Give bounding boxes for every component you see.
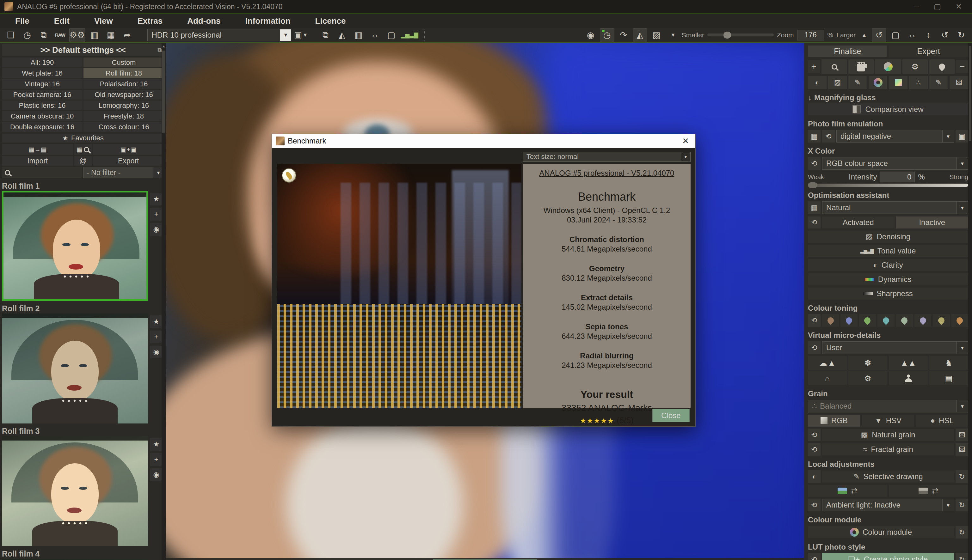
portrait-preset-button[interactable]: [889, 371, 928, 385]
sharpness-button[interactable]: Sharpness: [808, 288, 968, 300]
category-all[interactable]: All: 190: [2, 58, 82, 67]
tab-expert[interactable]: Expert: [889, 45, 969, 57]
inactive-button[interactable]: Inactive: [896, 217, 969, 228]
add-variant-button[interactable]: +: [150, 453, 162, 466]
category-custom[interactable]: Custom: [84, 58, 164, 67]
natural-grain-button[interactable]: ▩ Natural grain: [822, 429, 954, 441]
settings-button[interactable]: ⚙⚙: [70, 28, 85, 42]
expand-all-button[interactable]: +: [808, 60, 820, 73]
stretch-width-button[interactable]: ↔: [905, 28, 919, 42]
category-lomography[interactable]: Lomography: 16: [84, 100, 164, 110]
film-settings-button[interactable]: ▣: [955, 130, 968, 143]
colour-wheel-tool-button[interactable]: [868, 76, 887, 89]
reset-natural-grain-button[interactable]: ⟲: [808, 428, 820, 441]
optimise-tool-button[interactable]: ⚙: [902, 59, 928, 74]
architecture-preset-button[interactable]: ⌂: [808, 371, 847, 385]
category-freestyle[interactable]: Freestyle: 18: [84, 111, 164, 121]
zoom-slider-thumb[interactable]: [723, 32, 731, 38]
preview-variant-button[interactable]: ◉: [150, 223, 162, 236]
tonal-value-button[interactable]: ▂▅▃▇ Tonal value: [808, 245, 968, 257]
reset-lut-button[interactable]: ⟲: [808, 553, 820, 560]
toning-swatch-3[interactable]: [859, 314, 876, 327]
browse-optimisations-button[interactable]: ▦: [808, 201, 820, 214]
history-button[interactable]: ◷: [20, 28, 34, 42]
zoom-slider[interactable]: [707, 33, 774, 36]
realtime-button[interactable]: ◷: [600, 28, 614, 42]
roll-film-3-thumbnail[interactable]: [2, 436, 148, 546]
text-size-dropdown[interactable]: Text size: normal ▼: [523, 152, 691, 162]
category-double-exposure[interactable]: Double exposure: 16: [2, 122, 82, 132]
search-presets-button[interactable]: ▦: [74, 144, 92, 155]
dither-button[interactable]: ▨: [650, 28, 663, 42]
add-variant-button[interactable]: +: [150, 330, 162, 343]
import-button[interactable]: Import: [2, 156, 73, 166]
mountain-preset-button[interactable]: ▲▲: [889, 356, 928, 370]
ambient-light-dropdown[interactable]: Ambient light: Inactive ▼: [822, 499, 954, 511]
preset-search-input[interactable]: [2, 167, 82, 178]
save-preset-button[interactable]: ▦→▤: [2, 144, 73, 155]
category-vintage[interactable]: Vintage: 16: [2, 79, 82, 89]
histogram-button[interactable]: ▂▅▃▇: [401, 28, 418, 42]
optimisation-dropdown[interactable]: Natural ▼: [822, 201, 968, 214]
document-preset-button[interactable]: ▤: [929, 371, 968, 385]
flower-preset-button[interactable]: ✽: [848, 356, 887, 370]
lowlight-preset-button[interactable]: ⚙: [848, 371, 887, 385]
toning-swatch-8[interactable]: [952, 314, 968, 327]
zoom-stepper[interactable]: ▲: [859, 28, 870, 42]
presets-scrollbar[interactable]: ▲: [162, 43, 166, 560]
crop-button[interactable]: ▢: [888, 28, 902, 42]
contrast-tool-button[interactable]: ◐: [808, 76, 827, 89]
menu-edit[interactable]: Edit: [54, 16, 70, 26]
dynamics-button[interactable]: Dynamics: [808, 273, 968, 285]
mirror-button[interactable]: ◭: [633, 28, 647, 42]
split-view-button[interactable]: ▥: [351, 28, 365, 42]
menu-licence[interactable]: Licence: [315, 16, 346, 26]
denoising-button[interactable]: ▨ Denoising: [808, 231, 968, 243]
nodes-tool-button[interactable]: ∴: [909, 76, 928, 89]
fit-width-button[interactable]: ↔: [368, 28, 382, 42]
menu-view[interactable]: View: [94, 16, 113, 26]
grain-mode-rgb[interactable]: RGB: [808, 415, 860, 427]
selective-settings-button[interactable]: ↻: [955, 470, 968, 483]
grain-mode-hsv[interactable]: ▼HSV: [862, 415, 914, 427]
ambient-settings-button[interactable]: ↻: [955, 499, 968, 511]
reset-micro-details-button[interactable]: ⟲: [808, 341, 820, 354]
reset-fractal-grain-button[interactable]: ⟲: [808, 443, 820, 456]
scrollbar-thumb[interactable]: [162, 50, 165, 133]
export-button[interactable]: ➦: [120, 28, 134, 42]
detach-panel-icon[interactable]: ⧉: [157, 47, 162, 53]
reset-optimisation-button[interactable]: ⟲: [808, 217, 820, 228]
reset-toning-button[interactable]: ⟲: [808, 314, 820, 327]
clarity-button[interactable]: ◐ Clarity: [808, 259, 968, 271]
preview-variant-button[interactable]: ◉: [150, 346, 162, 358]
favourite-button[interactable]: ★: [150, 438, 162, 451]
preview-button[interactable]: ◉: [584, 28, 598, 42]
category-polarisation[interactable]: Polarisation: 16: [84, 79, 164, 89]
colour-module-button[interactable]: Colour module: [808, 526, 954, 538]
comparison-checkbox[interactable]: [852, 105, 861, 113]
rotate-right-button[interactable]: ↻: [954, 28, 968, 42]
scrollbar-thumb[interactable]: [969, 46, 971, 141]
fractal-grain-button[interactable]: ≈ Fractal grain: [822, 443, 954, 455]
category-roll-film[interactable]: Roll film: 18: [84, 68, 164, 78]
menu-file[interactable]: File: [15, 16, 29, 26]
toning-swatch-7[interactable]: [933, 314, 950, 327]
dialog-title-bar[interactable]: Benchmark ✕: [272, 134, 695, 148]
inspect-button[interactable]: ▢: [384, 28, 398, 42]
toning-swatch-1[interactable]: [822, 314, 839, 327]
lut-cube-tool-button[interactable]: [889, 76, 907, 89]
redo-button[interactable]: ↷: [616, 28, 631, 42]
tools-scrollbar[interactable]: [968, 43, 972, 560]
intensity-input[interactable]: 0: [880, 172, 915, 182]
micro-details-dropdown[interactable]: User ▼: [822, 341, 968, 354]
animal-preset-button[interactable]: ♞: [929, 356, 968, 370]
minimize-icon[interactable]: ─: [914, 2, 919, 11]
colour-space-dropdown[interactable]: RGB colour space ▼: [822, 157, 968, 170]
create-photo-style-button[interactable]: ❏+ Create photo style: [822, 553, 954, 560]
colour-module-settings-button[interactable]: ↻: [955, 526, 968, 538]
activated-button[interactable]: Activated: [822, 217, 895, 228]
selective-drawing-button[interactable]: ✎ Selective drawing: [822, 470, 954, 483]
filter-dropdown[interactable]: - No filter - ▼: [83, 167, 164, 178]
print-button[interactable]: ▦: [104, 28, 118, 42]
before-after-button[interactable]: ◭: [335, 28, 349, 42]
